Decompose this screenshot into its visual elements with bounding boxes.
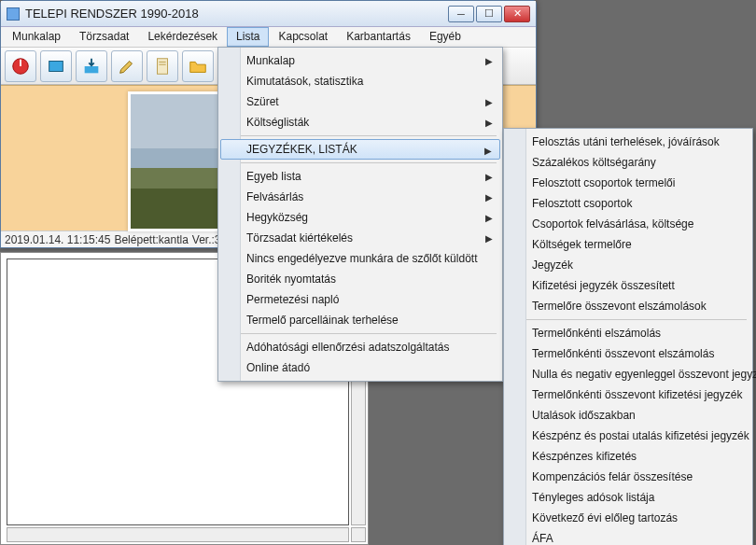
jegyzekek-menu-item[interactable]: Termelőnkénti elszámolás bbox=[506, 323, 750, 343]
jegyzekek-menu-item[interactable]: Csoportok felvásárlása, költsége bbox=[506, 214, 750, 234]
status-version: Ver.:3 bbox=[192, 233, 221, 245]
svg-rect-1 bbox=[20, 59, 21, 65]
status-user: Belépett:kantla bbox=[114, 233, 188, 245]
svg-rect-2 bbox=[49, 61, 63, 71]
lista-menu-item[interactable]: Kimutatások, statisztika bbox=[220, 71, 500, 91]
jegyzekek-menu-item[interactable]: Következő évi előleg tartozás bbox=[506, 508, 750, 528]
lista-menu-item[interactable]: Költséglisták▶ bbox=[220, 112, 500, 133]
menu-kapcsolat[interactable]: Kapcsolat bbox=[269, 27, 337, 47]
menu-egyéb[interactable]: Egyéb bbox=[420, 27, 470, 47]
horizontal-scrollbar[interactable] bbox=[7, 527, 349, 542]
jegyzekek-menu-item[interactable]: Kompenzációs felár összesítése bbox=[506, 467, 750, 487]
toolbar-receive-button[interactable] bbox=[76, 50, 107, 82]
scroll-corner bbox=[351, 527, 366, 542]
lista-menu-item[interactable]: Munkalap▶ bbox=[220, 50, 500, 71]
maximize-button[interactable]: ☐ bbox=[476, 6, 502, 22]
window-buttons: ─ ☐ ✕ bbox=[448, 6, 530, 22]
jegyzekek-menu-item[interactable]: ÁFA bbox=[506, 528, 750, 545]
submenu-arrow-icon: ▶ bbox=[485, 97, 493, 107]
jegyzekek-menu-item[interactable]: Százalékos költségarány bbox=[506, 152, 750, 173]
lista-menu-item[interactable]: Hegyközség▶ bbox=[220, 207, 500, 228]
jegyzekek-menu-item[interactable]: Felosztott csoportok termelői bbox=[506, 173, 750, 193]
submenu-arrow-icon: ▶ bbox=[485, 56, 493, 66]
lista-menu-item[interactable]: Szüret▶ bbox=[220, 91, 500, 112]
submenu-arrow-icon: ▶ bbox=[485, 192, 493, 203]
jegyzekek-menu-item[interactable]: Kifizetési jegyzék összesített bbox=[506, 275, 750, 296]
jegyzekek-menu-item[interactable]: Költségek termelőre bbox=[506, 234, 750, 255]
submenu-arrow-icon: ▶ bbox=[485, 233, 493, 244]
lista-menu-item[interactable]: JEGYZÉKEK, LISTÁK▶ bbox=[220, 139, 500, 160]
menu-separator bbox=[224, 162, 497, 163]
jegyzekek-menu-item[interactable]: Utalások időszakban bbox=[506, 405, 750, 426]
lista-menu-item[interactable]: Adóhatósági ellenőrzési adatszolgáltatás bbox=[220, 337, 500, 357]
menu-separator bbox=[224, 135, 497, 136]
status-datetime: 2019.01.14. 11:15:45 bbox=[5, 233, 110, 245]
jegyzekek-menu-item[interactable]: Termelőnkénti összevont kifizetési jegyz… bbox=[506, 384, 750, 405]
window-title: TELEPI RENDSZER 1990-2018 bbox=[25, 7, 448, 21]
menu-separator bbox=[224, 333, 497, 334]
menu-lekérdezések[interactable]: Lekérdezések bbox=[138, 27, 227, 47]
lista-menu-item[interactable]: Permetezési napló bbox=[220, 289, 500, 310]
lista-dropdown: Munkalap▶Kimutatások, statisztikaSzüret▶… bbox=[217, 47, 503, 382]
jegyzekek-menu-item[interactable]: Készpénzes kifizetés bbox=[506, 446, 750, 467]
submenu-arrow-icon: ▶ bbox=[484, 146, 492, 156]
jegyzekek-menu-item[interactable]: Termelőnkénti összevont elszámolás bbox=[506, 343, 750, 364]
minimize-button[interactable]: ─ bbox=[448, 6, 474, 22]
jegyzekek-menu-item[interactable]: Felosztott csoportok bbox=[506, 193, 750, 214]
lista-menu-item[interactable]: Online átadó bbox=[220, 357, 500, 378]
submenu-arrow-icon: ▶ bbox=[485, 118, 493, 128]
titlebar: TELEPI RENDSZER 1990-2018 ─ ☐ ✕ bbox=[1, 1, 536, 27]
lista-menu-item[interactable]: Törzsadat kiértékelés▶ bbox=[220, 228, 500, 248]
menubar: MunkalapTörzsadatLekérdezésekListaKapcso… bbox=[1, 27, 536, 48]
app-icon bbox=[7, 7, 20, 21]
jegyzekek-menu-item[interactable]: Nulla és negativ egyenleggel összevont j… bbox=[506, 364, 750, 384]
toolbar-doc-button[interactable] bbox=[147, 50, 178, 82]
toolbar-power-button[interactable] bbox=[5, 50, 36, 82]
submenu-arrow-icon: ▶ bbox=[485, 213, 493, 223]
jegyzekek-menu-item[interactable]: Készpénz és postai utalás kifizetési jeg… bbox=[506, 426, 750, 446]
svg-rect-3 bbox=[85, 66, 99, 73]
menu-lista[interactable]: Lista bbox=[227, 27, 269, 47]
toolbar-edit-button[interactable] bbox=[111, 50, 143, 82]
menu-karbantartás[interactable]: Karbantartás bbox=[337, 27, 420, 47]
jegyzekek-menu-item[interactable]: Felosztás utáni terhelések, jóváírások bbox=[506, 132, 750, 152]
svg-rect-4 bbox=[158, 58, 168, 74]
lista-menu-item[interactable]: Termelő parcelláinak terhelése bbox=[220, 310, 500, 330]
jegyzekek-menu-item[interactable]: Termelőre összevont elszámolások bbox=[506, 296, 750, 316]
lista-menu-item[interactable]: Felvásárlás▶ bbox=[220, 187, 500, 207]
jegyzekek-menu-item[interactable]: Jegyzék bbox=[506, 255, 750, 275]
jegyzekek-submenu: Felosztás utáni terhelések, jóváírásokSz… bbox=[503, 128, 753, 545]
submenu-arrow-icon: ▶ bbox=[485, 172, 493, 182]
lista-menu-item[interactable]: Nincs engedélyezve munkára de szőlőt kül… bbox=[220, 248, 500, 269]
menu-munkalap[interactable]: Munkalap bbox=[3, 27, 70, 47]
lista-menu-item[interactable]: Egyeb lista▶ bbox=[220, 166, 500, 187]
lista-menu-item[interactable]: Boriték nyomtatás bbox=[220, 269, 500, 289]
jegyzekek-menu-item[interactable]: Tényleges adósok listája bbox=[506, 487, 750, 508]
menu-separator bbox=[510, 319, 747, 320]
close-button[interactable]: ✕ bbox=[504, 6, 530, 22]
menu-törzsadat[interactable]: Törzsadat bbox=[70, 27, 138, 47]
toolbar-box-button[interactable] bbox=[40, 50, 72, 82]
toolbar-folder-button[interactable] bbox=[182, 50, 214, 82]
